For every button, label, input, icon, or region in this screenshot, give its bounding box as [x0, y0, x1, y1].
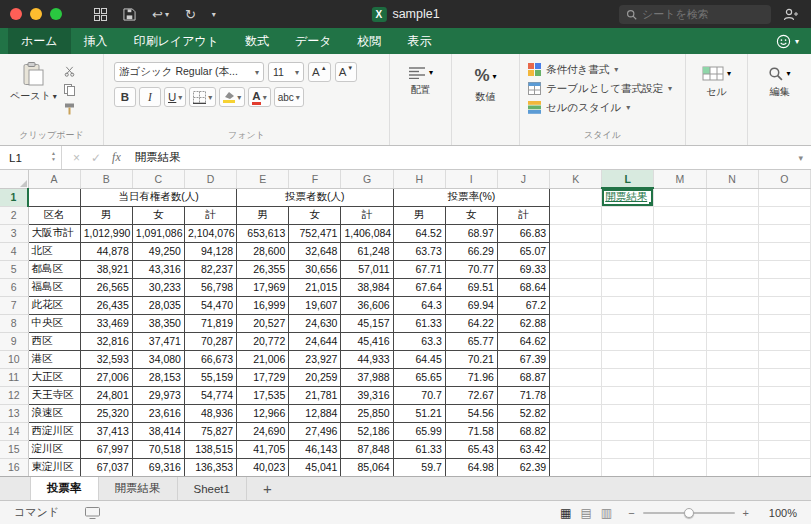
sheet-search-box[interactable]	[619, 5, 771, 24]
cell-D7[interactable]: 54,470	[184, 296, 236, 314]
cell-B9[interactable]: 32,816	[80, 332, 132, 350]
cell-G7[interactable]: 36,606	[341, 296, 393, 314]
row-header-2[interactable]: 2	[0, 206, 28, 224]
cell-D5[interactable]: 82,237	[184, 260, 236, 278]
cell-N8[interactable]	[706, 314, 758, 332]
cell-L5[interactable]	[602, 260, 654, 278]
cell-J13[interactable]: 52.82	[497, 404, 549, 422]
cell-J15[interactable]: 63.42	[497, 440, 549, 458]
cell-E7[interactable]: 16,999	[237, 296, 289, 314]
cell-H4[interactable]: 63.73	[393, 242, 445, 260]
cell-N6[interactable]	[706, 278, 758, 296]
cell-F8[interactable]: 24,630	[289, 314, 341, 332]
cell-A4[interactable]: 北区	[28, 242, 80, 260]
cell-N14[interactable]	[706, 422, 758, 440]
cell-K9[interactable]	[550, 332, 602, 350]
column-header-H[interactable]: H	[393, 170, 445, 188]
cell-A13[interactable]: 浪速区	[28, 404, 80, 422]
cell-D15[interactable]: 138,515	[184, 440, 236, 458]
formula-bar-expand-icon[interactable]: ▾	[798, 153, 803, 163]
cell-E12[interactable]: 17,535	[237, 386, 289, 404]
cell-M13[interactable]	[654, 404, 706, 422]
fill-color-button[interactable]: ▾	[219, 87, 245, 107]
cell-F11[interactable]: 20,259	[289, 368, 341, 386]
cell-styles-button[interactable]: セルのスタイル ▾	[528, 98, 685, 117]
cell-I15[interactable]: 65.43	[445, 440, 497, 458]
cell-G10[interactable]: 44,933	[341, 350, 393, 368]
column-header-C[interactable]: C	[132, 170, 184, 188]
cell-H2[interactable]: 男	[393, 206, 445, 224]
cell-O2[interactable]	[758, 206, 810, 224]
cell-F4[interactable]: 32,648	[289, 242, 341, 260]
cell-F3[interactable]: 752,471	[289, 224, 341, 242]
cells-button[interactable]: ▾ セル	[686, 62, 747, 99]
cell-K10[interactable]	[550, 350, 602, 368]
cell-G4[interactable]: 61,248	[341, 242, 393, 260]
cell-I3[interactable]: 68.97	[445, 224, 497, 242]
cell-J2[interactable]: 計	[497, 206, 549, 224]
cell-K7[interactable]	[550, 296, 602, 314]
add-sheet-button[interactable]: +	[247, 477, 288, 500]
row-header-13[interactable]: 13	[0, 404, 28, 422]
cell-D9[interactable]: 70,287	[184, 332, 236, 350]
cell-N16[interactable]	[706, 458, 758, 476]
cell-N3[interactable]	[706, 224, 758, 242]
cell-F7[interactable]: 19,607	[289, 296, 341, 314]
undo-button[interactable]: ↩▾	[152, 7, 169, 22]
cell-B6[interactable]: 26,565	[80, 278, 132, 296]
cell-O7[interactable]	[758, 296, 810, 314]
ribbon-tab-3[interactable]: 印刷レイアウト	[121, 28, 232, 54]
cell-A8[interactable]: 中央区	[28, 314, 80, 332]
feedback-button[interactable]: ▾	[776, 28, 799, 54]
cell-L4[interactable]	[602, 242, 654, 260]
cell-I2[interactable]: 女	[445, 206, 497, 224]
cell-O16[interactable]	[758, 458, 810, 476]
merged-header-1[interactable]: 当日有権者数(人)	[80, 188, 236, 206]
active-cell-L1[interactable]: 開票結果	[602, 188, 654, 206]
cell-G6[interactable]: 38,984	[341, 278, 393, 296]
cell-E5[interactable]: 26,355	[237, 260, 289, 278]
cell-F12[interactable]: 21,781	[289, 386, 341, 404]
cell-K6[interactable]	[550, 278, 602, 296]
cell-M9[interactable]	[654, 332, 706, 350]
name-box-stepper[interactable]: ▲▼	[51, 150, 56, 162]
cell-O5[interactable]	[758, 260, 810, 278]
zoom-slider[interactable]	[643, 512, 735, 514]
cell-F10[interactable]: 23,927	[289, 350, 341, 368]
cell-N4[interactable]	[706, 242, 758, 260]
cell-N5[interactable]	[706, 260, 758, 278]
cell-K1[interactable]	[550, 188, 602, 206]
cell-M6[interactable]	[654, 278, 706, 296]
cell-G3[interactable]: 1,406,084	[341, 224, 393, 242]
cell-K13[interactable]	[550, 404, 602, 422]
cell-L16[interactable]	[602, 458, 654, 476]
minimize-window-button[interactable]	[30, 8, 42, 20]
save-icon[interactable]	[123, 8, 136, 21]
cell-J6[interactable]: 68.64	[497, 278, 549, 296]
cell-B13[interactable]: 25,320	[80, 404, 132, 422]
cell-I14[interactable]: 71.58	[445, 422, 497, 440]
cell-D4[interactable]: 94,128	[184, 242, 236, 260]
cell-L11[interactable]	[602, 368, 654, 386]
cell-L13[interactable]	[602, 404, 654, 422]
row-header-4[interactable]: 4	[0, 242, 28, 260]
cell-J7[interactable]: 67.2	[497, 296, 549, 314]
cell-H12[interactable]: 70.7	[393, 386, 445, 404]
cell-L15[interactable]	[602, 440, 654, 458]
cell-E6[interactable]: 17,969	[237, 278, 289, 296]
sheet-tab-2[interactable]: 開票結果	[99, 477, 178, 500]
cell-B16[interactable]: 67,037	[80, 458, 132, 476]
confirm-entry-button[interactable]: ✓	[91, 151, 101, 165]
cell-N1[interactable]	[706, 188, 758, 206]
ribbon-tab-5[interactable]: データ	[282, 28, 345, 54]
cell-I11[interactable]: 71.96	[445, 368, 497, 386]
zoom-percentage[interactable]: 100%	[761, 507, 797, 519]
cell-F2[interactable]: 女	[289, 206, 341, 224]
cell-J12[interactable]: 71.78	[497, 386, 549, 404]
column-header-N[interactable]: N	[706, 170, 758, 188]
cell-O8[interactable]	[758, 314, 810, 332]
cell-C2[interactable]: 女	[132, 206, 184, 224]
row-header-14[interactable]: 14	[0, 422, 28, 440]
column-header-I[interactable]: I	[445, 170, 497, 188]
cell-O10[interactable]	[758, 350, 810, 368]
